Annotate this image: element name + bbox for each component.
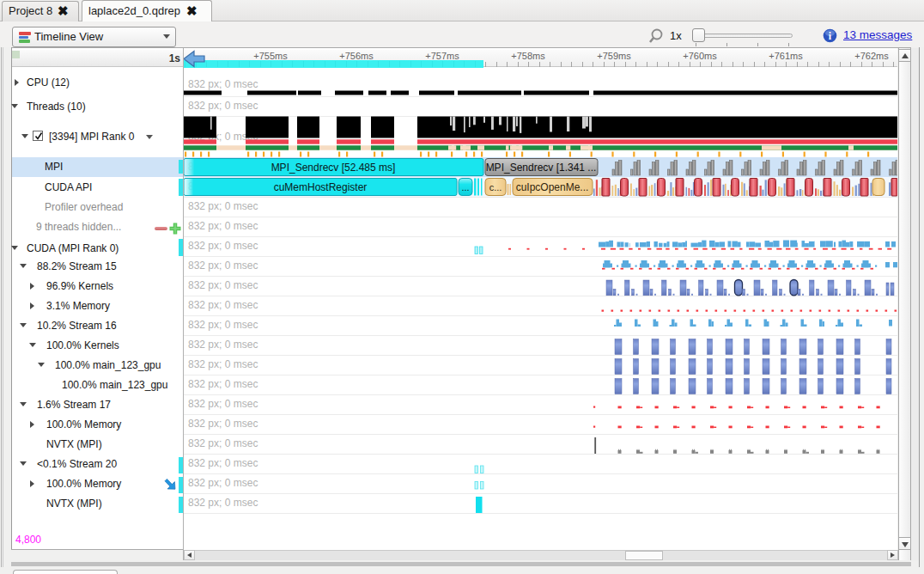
svg-text:cuIpcOpenMe...: cuIpcOpenMe... [516, 181, 589, 193]
svg-text:MPI_Sendrecv [1.341 ...: MPI_Sendrecv [1.341 ... [486, 162, 597, 174]
svg-text:c...: c... [489, 182, 502, 192]
svg-text:cuMemHostRegister: cuMemHostRegister [274, 181, 368, 193]
svg-text:MPI_Sendrecv [52.485 ms]: MPI_Sendrecv [52.485 ms] [271, 162, 396, 174]
svg-text:...: ... [461, 182, 469, 192]
